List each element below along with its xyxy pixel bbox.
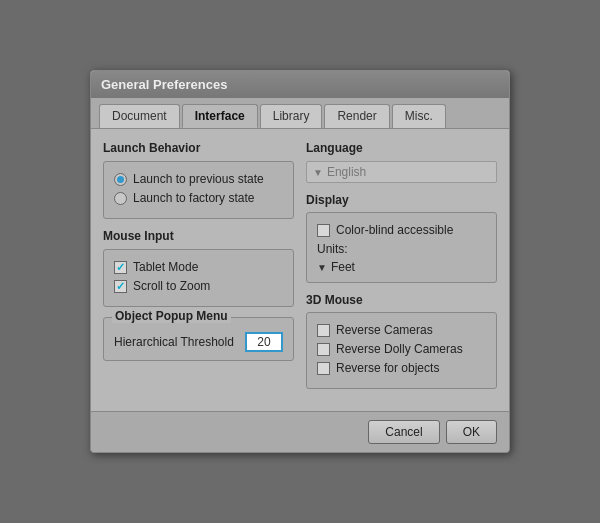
dialog-footer: Cancel OK <box>91 411 509 452</box>
display-section: Display Color-blind accessible Units: ▼ <box>306 193 497 283</box>
threshold-input[interactable] <box>245 332 283 352</box>
mouse-input-inner: Tablet Mode Scroll to Zoom <box>114 258 283 293</box>
mouse3d-section: 3D Mouse Reverse Cameras Reverse Dolly C… <box>306 293 497 389</box>
mouse3d-title: 3D Mouse <box>306 293 497 307</box>
general-preferences-dialog: General Preferences Document Interface L… <box>90 70 510 453</box>
display-box: Color-blind accessible Units: ▼ Feet <box>306 212 497 283</box>
color-blind-label: Color-blind accessible <box>336 223 453 237</box>
object-popup-box: Object Popup Menu Hierarchical Threshold <box>103 317 294 361</box>
launch-factory-row[interactable]: Launch to factory state <box>114 191 283 205</box>
reverse-objects-checkbox[interactable] <box>317 362 330 375</box>
mouse3d-box: Reverse Cameras Reverse Dolly Cameras Re… <box>306 312 497 389</box>
object-popup-inner: Hierarchical Threshold <box>114 326 283 352</box>
mouse3d-inner: Reverse Cameras Reverse Dolly Cameras Re… <box>317 321 486 375</box>
units-row: ▼ Feet <box>317 260 486 274</box>
language-dropdown[interactable]: ▼ English <box>306 161 497 183</box>
cancel-button[interactable]: Cancel <box>368 420 439 444</box>
reverse-objects-row[interactable]: Reverse for objects <box>317 361 486 375</box>
right-column: Language ▼ English Display Color-blind a… <box>306 141 497 399</box>
launch-factory-label: Launch to factory state <box>133 191 254 205</box>
reverse-dolly-row[interactable]: Reverse Dolly Cameras <box>317 342 486 356</box>
units-value: Feet <box>331 260 355 274</box>
scroll-zoom-label: Scroll to Zoom <box>133 279 210 293</box>
launch-behavior-section: Launch Behavior Launch to previous state… <box>103 141 294 219</box>
tablet-mode-row[interactable]: Tablet Mode <box>114 260 283 274</box>
language-value: English <box>327 165 366 179</box>
mouse-input-box: Tablet Mode Scroll to Zoom <box>103 249 294 307</box>
scroll-zoom-checkbox[interactable] <box>114 280 127 293</box>
units-label: Units: <box>317 242 486 256</box>
object-popup-section: Object Popup Menu Hierarchical Threshold <box>103 317 294 361</box>
scroll-zoom-row[interactable]: Scroll to Zoom <box>114 279 283 293</box>
display-inner: Color-blind accessible Units: ▼ Feet <box>317 221 486 274</box>
mouse-input-title: Mouse Input <box>103 229 294 243</box>
launch-factory-radio[interactable] <box>114 192 127 205</box>
launch-behavior-inner: Launch to previous state Launch to facto… <box>114 170 283 205</box>
reverse-objects-label: Reverse for objects <box>336 361 439 375</box>
dialog-body: Launch Behavior Launch to previous state… <box>91 128 509 411</box>
object-popup-title: Object Popup Menu <box>112 309 231 323</box>
threshold-row: Hierarchical Threshold <box>114 332 283 352</box>
tab-bar: Document Interface Library Render Misc. <box>91 98 509 128</box>
dialog-title: General Preferences <box>91 71 509 98</box>
launch-previous-radio[interactable] <box>114 173 127 186</box>
tablet-mode-label: Tablet Mode <box>133 260 198 274</box>
threshold-label: Hierarchical Threshold <box>114 335 237 349</box>
launch-behavior-title: Launch Behavior <box>103 141 294 155</box>
launch-previous-row[interactable]: Launch to previous state <box>114 172 283 186</box>
reverse-dolly-checkbox[interactable] <box>317 343 330 356</box>
tab-document[interactable]: Document <box>99 104 180 128</box>
language-dropdown-arrow: ▼ <box>313 167 323 178</box>
reverse-dolly-label: Reverse Dolly Cameras <box>336 342 463 356</box>
reverse-cameras-label: Reverse Cameras <box>336 323 433 337</box>
tablet-mode-checkbox[interactable] <box>114 261 127 274</box>
ok-button[interactable]: OK <box>446 420 497 444</box>
display-title: Display <box>306 193 497 207</box>
units-dropdown-arrow: ▼ <box>317 262 327 273</box>
launch-previous-label: Launch to previous state <box>133 172 264 186</box>
mouse-input-section: Mouse Input Tablet Mode Scroll to Zoom <box>103 229 294 307</box>
tab-interface[interactable]: Interface <box>182 104 258 128</box>
units-dropdown[interactable]: ▼ Feet <box>317 260 355 274</box>
language-title: Language <box>306 141 497 155</box>
tab-library[interactable]: Library <box>260 104 323 128</box>
tab-misc[interactable]: Misc. <box>392 104 446 128</box>
color-blind-row[interactable]: Color-blind accessible <box>317 223 486 237</box>
reverse-cameras-row[interactable]: Reverse Cameras <box>317 323 486 337</box>
left-column: Launch Behavior Launch to previous state… <box>103 141 294 399</box>
color-blind-checkbox[interactable] <box>317 224 330 237</box>
language-section: Language ▼ English <box>306 141 497 183</box>
main-content: Launch Behavior Launch to previous state… <box>103 141 497 399</box>
reverse-cameras-checkbox[interactable] <box>317 324 330 337</box>
tab-render[interactable]: Render <box>324 104 389 128</box>
launch-behavior-box: Launch to previous state Launch to facto… <box>103 161 294 219</box>
